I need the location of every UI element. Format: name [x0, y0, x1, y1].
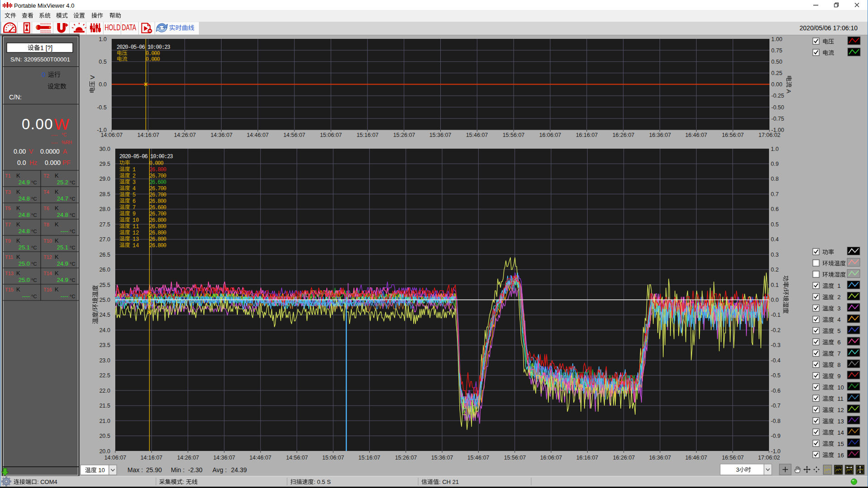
svg-text:16:26:07: 16:26:07 — [613, 132, 635, 138]
svg-text:T16: T16 — [43, 287, 52, 292]
svg-text:14:26:07: 14:26:07 — [177, 455, 199, 461]
svg-text:16:36:07: 16:36:07 — [649, 132, 671, 138]
svg-text:°C: °C — [31, 196, 37, 202]
svg-text:26.800: 26.800 — [149, 198, 166, 205]
svg-text:T11: T11 — [5, 254, 13, 260]
svg-text:T9: T9 — [5, 238, 11, 244]
svg-text:0.000: 0.000 — [149, 160, 164, 167]
svg-text:15:26:07: 15:26:07 — [393, 132, 415, 138]
svg-text:20.5: 20.5 — [99, 433, 110, 439]
svg-text:14:06:07: 14:06:07 — [104, 455, 127, 461]
svg-text:----: ---- — [61, 293, 68, 300]
svg-text:T6: T6 — [43, 206, 49, 211]
svg-text:-1.0: -1.0 — [97, 127, 107, 133]
svg-text:K: K — [16, 205, 20, 211]
svg-text:T10: T10 — [43, 238, 52, 244]
svg-text:0.5: 0.5 — [99, 59, 107, 65]
svg-text:°C: °C — [70, 196, 75, 202]
svg-text:25.90: 25.90 — [146, 466, 162, 474]
svg-text:16: 16 — [837, 452, 844, 459]
svg-text:-0.2: -0.2 — [771, 327, 781, 333]
svg-text:Max :: Max : — [127, 466, 143, 474]
svg-text:-0.1: -0.1 — [771, 312, 781, 318]
svg-text:15:06:07: 15:06:07 — [322, 455, 344, 461]
svg-text:°C: °C — [70, 277, 75, 283]
svg-text:%RH: %RH — [61, 140, 72, 145]
svg-text:25.1: 25.1 — [19, 244, 30, 251]
svg-text:12: 12 — [132, 230, 139, 236]
svg-text:28.0: 28.0 — [99, 206, 110, 212]
svg-text:15: 15 — [837, 441, 844, 447]
svg-text:K: K — [16, 188, 20, 195]
svg-text:1.00: 1.00 — [771, 36, 782, 42]
svg-text:24.0: 24.0 — [99, 327, 110, 333]
svg-text:-0.5: -0.5 — [97, 104, 107, 111]
svg-text:26.700: 26.700 — [149, 192, 166, 198]
svg-text:-0.75: -0.75 — [771, 116, 784, 122]
svg-text:16:16:07: 16:16:07 — [576, 455, 599, 461]
svg-text:12: 12 — [837, 407, 844, 413]
svg-text:1.0: 1.0 — [771, 146, 778, 152]
svg-text:25.0: 25.0 — [99, 297, 110, 303]
svg-text:3: 3 — [132, 179, 136, 186]
svg-text:0.0: 0.0 — [771, 297, 778, 303]
svg-text:°C: °C — [31, 294, 37, 299]
svg-text:13: 13 — [132, 236, 139, 243]
svg-text:15:26:07: 15:26:07 — [395, 455, 417, 461]
svg-text:4: 4 — [132, 186, 136, 192]
svg-text:23.0: 23.0 — [99, 357, 110, 364]
svg-text:14: 14 — [132, 243, 139, 249]
svg-text:10: 10 — [132, 217, 139, 224]
svg-text:2020-05-06 10:00:23: 2020-05-06 10:00:23 — [119, 154, 173, 160]
svg-text:11: 11 — [132, 224, 139, 230]
svg-text:K: K — [55, 221, 59, 228]
svg-text:14:16:07: 14:16:07 — [137, 132, 160, 138]
svg-text:30.0: 30.0 — [99, 146, 110, 152]
svg-text:22.5: 22.5 — [99, 372, 110, 379]
svg-text:24.7: 24.7 — [57, 195, 68, 202]
svg-text:14:16:07: 14:16:07 — [141, 455, 163, 461]
svg-text:-0.3: -0.3 — [771, 342, 781, 348]
svg-text:1: 1 — [132, 167, 136, 173]
svg-text:1.0: 1.0 — [99, 36, 107, 42]
svg-text:0.0: 0.0 — [17, 159, 26, 166]
svg-text:17:06:02: 17:06:02 — [758, 455, 780, 461]
svg-text:T15: T15 — [5, 287, 14, 292]
svg-text:25.0: 25.0 — [19, 260, 30, 267]
svg-text:24.8: 24.8 — [57, 211, 68, 218]
svg-text:0.1: 0.1 — [771, 282, 778, 288]
svg-text:21.0: 21.0 — [99, 418, 110, 424]
svg-text:14:46:07: 14:46:07 — [250, 455, 272, 461]
svg-text:2020/05/06 17:06:10: 2020/05/06 17:06:10 — [800, 24, 858, 32]
svg-text:T12: T12 — [43, 254, 52, 260]
svg-text:15:16:07: 15:16:07 — [359, 455, 381, 461]
svg-text:-1.00: -1.00 — [771, 127, 784, 133]
svg-text:15:36:07: 15:36:07 — [429, 132, 452, 138]
svg-text:16:06:07: 16:06:07 — [540, 455, 562, 461]
svg-text:16:56:07: 16:56:07 — [722, 132, 744, 138]
svg-text:----: ---- — [22, 293, 30, 300]
svg-text:24.8: 24.8 — [19, 228, 30, 235]
svg-text:7: 7 — [132, 205, 136, 211]
svg-text:14:36:07: 14:36:07 — [213, 455, 236, 461]
svg-text:----: ---- — [51, 132, 58, 137]
svg-text:26.700: 26.700 — [149, 186, 166, 192]
svg-text:: CH 21: : CH 21 — [439, 479, 459, 485]
svg-text:16:36:07: 16:36:07 — [649, 455, 671, 461]
svg-text:14:36:07: 14:36:07 — [211, 132, 233, 138]
svg-text:26.600: 26.600 — [149, 205, 166, 211]
svg-text:26.800: 26.800 — [149, 243, 166, 249]
svg-text:DATA: DATA — [122, 23, 137, 32]
svg-text:24.9: 24.9 — [57, 277, 68, 283]
svg-text:T13: T13 — [5, 271, 14, 276]
svg-text:-0.4: -0.4 — [771, 357, 781, 364]
svg-text:16:16:07: 16:16:07 — [576, 132, 598, 138]
svg-text:26.0: 26.0 — [99, 267, 110, 273]
svg-text:3: 3 — [736, 466, 739, 473]
svg-text:15:16:07: 15:16:07 — [357, 132, 379, 138]
svg-text:14:46:07: 14:46:07 — [247, 132, 269, 138]
svg-text:27.0: 27.0 — [99, 236, 110, 243]
svg-text:2: 2 — [132, 173, 136, 179]
svg-text:T3: T3 — [5, 189, 11, 195]
svg-text:3: 3 — [837, 305, 840, 312]
